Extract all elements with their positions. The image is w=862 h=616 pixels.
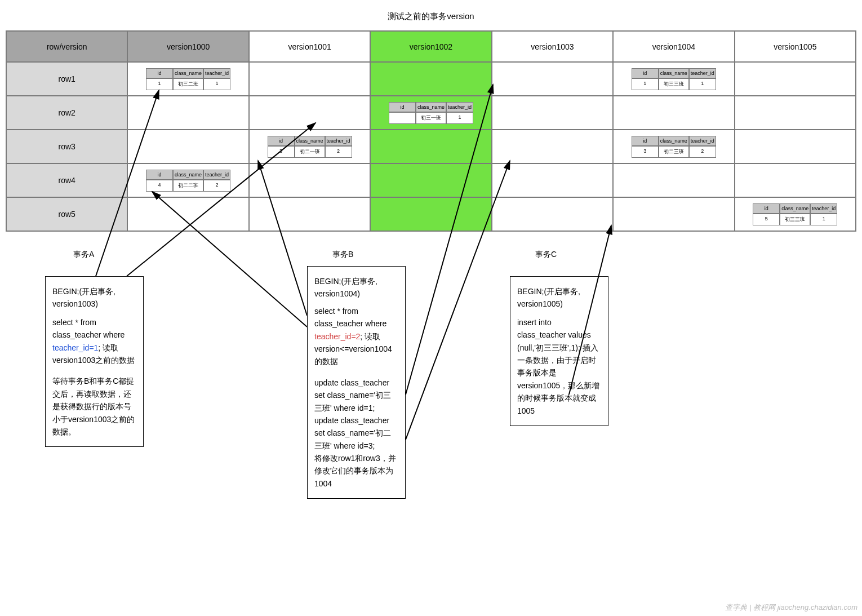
mini-td: 2: [325, 146, 352, 158]
mini-th: id: [753, 203, 780, 214]
mini-th: teacher_id: [810, 203, 837, 214]
mini-td: 3: [268, 146, 295, 158]
mini-td: 1: [203, 78, 230, 90]
mini-td: 初三二班: [173, 78, 203, 90]
col-header: version1004: [613, 31, 734, 62]
mini-table: idclass_nameteacher_id 初三一班1: [389, 102, 473, 124]
transaction-a-box: BEGIN;(开启事务, version1003) select * from …: [45, 276, 144, 447]
mini-th: teacher_id: [325, 136, 352, 146]
text-line: 将修改row1和row3，并修改它们的事务版本为1004: [314, 452, 398, 490]
mini-th: id: [146, 68, 173, 78]
mini-table: idclass_nameteacher_id 5初三三班1: [753, 203, 837, 225]
data-cell: [492, 96, 613, 130]
data-cell: [735, 62, 856, 96]
data-cell: idclass_nameteacher_id 初三一班1: [370, 96, 491, 130]
data-cell: [735, 163, 856, 197]
data-cell: [249, 197, 370, 231]
data-cell: [370, 197, 491, 231]
transaction-c-label: 事务C: [535, 250, 557, 260]
mini-td: [389, 112, 416, 124]
mini-td: 1: [446, 112, 473, 124]
data-cell: [492, 130, 613, 163]
mini-td: 1: [632, 78, 659, 90]
mini-td: 2: [689, 146, 716, 158]
mini-td: 5: [753, 214, 780, 225]
transaction-c-box: BEGIN;(开启事务, version1005) insert into cl…: [510, 276, 608, 426]
data-cell: idclass_nameteacher_id 3初二三班2: [613, 130, 734, 163]
row-label: row2: [6, 96, 127, 130]
data-cell: idclass_nameteacher_id 3初二一班2: [249, 130, 370, 163]
mini-table: idclass_nameteacher_id 3初二一班2: [268, 136, 352, 158]
data-cell: idclass_nameteacher_id 1初三二班1: [127, 62, 248, 96]
transaction-b-label: 事务B: [332, 250, 353, 260]
mini-td: 1: [810, 214, 837, 225]
mini-table: idclass_nameteacher_id 3初二三班2: [632, 136, 716, 158]
data-cell: [249, 62, 370, 96]
mini-th: id: [632, 136, 659, 146]
data-cell: idclass_nameteacher_id 5初三三班1: [735, 197, 856, 231]
text-line: insert into class_teacher values (null,'…: [517, 316, 601, 417]
transaction-b-box: BEGIN;(开启事务, version1004) select * from …: [307, 266, 406, 499]
mini-td: 初三一班: [416, 112, 446, 124]
row-label: row4: [6, 163, 127, 197]
data-cell: [249, 96, 370, 130]
mini-th: class_name: [416, 102, 446, 112]
data-cell: [370, 130, 491, 163]
mini-th: id: [268, 136, 295, 146]
data-cell: [492, 197, 613, 231]
watermark: 查字典 | 教程网 jiaocheng.chazidian.com: [725, 602, 857, 613]
corner-header: row/version: [6, 31, 127, 62]
mini-th: teacher_id: [446, 102, 473, 112]
col-header: version1001: [249, 31, 370, 62]
col-header: version1003: [492, 31, 613, 62]
mini-td: 初三三班: [780, 214, 810, 225]
mini-td: 初二二班: [173, 180, 203, 192]
row-label: row3: [6, 130, 127, 163]
text-line: BEGIN;(开启事务, version1005): [517, 285, 601, 311]
data-cell: [613, 96, 734, 130]
data-cell: [613, 197, 734, 231]
mini-th: teacher_id: [689, 136, 716, 146]
data-cell: [613, 163, 734, 197]
mini-th: id: [146, 170, 173, 180]
data-cell: [492, 62, 613, 96]
row-label: row5: [6, 197, 127, 231]
mini-td: 2: [203, 180, 230, 192]
mini-td: 3: [632, 146, 659, 158]
mini-th: teacher_id: [689, 68, 716, 78]
mini-td: 4: [146, 180, 173, 192]
mini-th: class_name: [173, 170, 203, 180]
data-cell: idclass_nameteacher_id 4初二二班2: [127, 163, 248, 197]
mini-table: idclass_nameteacher_id 4初二二班2: [146, 170, 230, 192]
col-header: version1002: [370, 31, 491, 62]
text-line: BEGIN;(开启事务, version1004): [314, 275, 398, 300]
text-line: select * from class_teacher where teache…: [314, 305, 398, 368]
data-cell: [127, 197, 248, 231]
row-label: row1: [6, 62, 127, 96]
mini-th: class_name: [173, 68, 203, 78]
mini-th: class_name: [295, 136, 325, 146]
data-cell: [370, 163, 491, 197]
data-cell: [735, 96, 856, 130]
version-grid: row/version version1000 version1001 vers…: [6, 30, 856, 232]
transaction-a-label: 事务A: [73, 250, 94, 260]
data-cell: [492, 163, 613, 197]
mini-td: 1: [689, 78, 716, 90]
data-cell: [127, 130, 248, 163]
mini-th: teacher_id: [203, 68, 230, 78]
diagram-title: 测试之前的事务version: [0, 0, 862, 30]
col-header: version1000: [127, 31, 248, 62]
mini-table: idclass_nameteacher_id 1初三三班1: [632, 68, 716, 90]
text-line: 等待事务B和事务C都提交后，再读取数据，还是获得数据行的版本号小于version…: [52, 375, 136, 438]
mini-th: id: [632, 68, 659, 78]
mini-td: 1: [146, 78, 173, 90]
mini-th: class_name: [659, 136, 689, 146]
data-cell: [127, 96, 248, 130]
mini-th: id: [389, 102, 416, 112]
mini-table: idclass_nameteacher_id 1初三二班1: [146, 68, 230, 90]
data-cell: [735, 130, 856, 163]
mini-td: 初二一班: [295, 146, 325, 158]
mini-th: class_name: [659, 68, 689, 78]
mini-td: 初二三班: [659, 146, 689, 158]
data-cell: idclass_nameteacher_id 1初三三班1: [613, 62, 734, 96]
